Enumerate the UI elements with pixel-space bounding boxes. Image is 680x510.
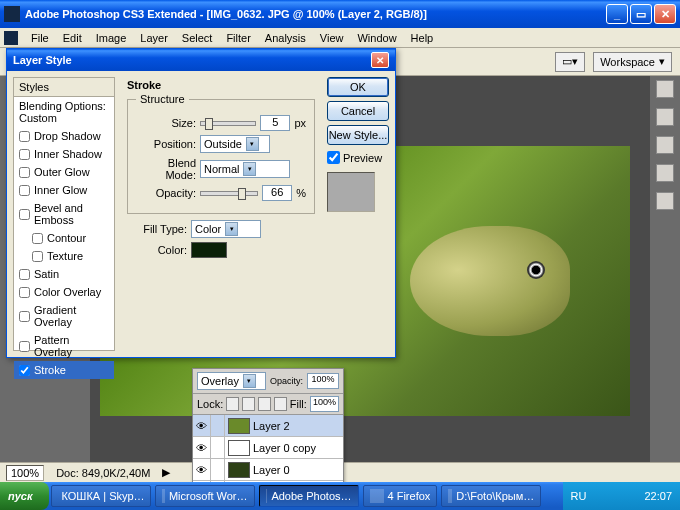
layer-row[interactable]: 👁Layer 2 [193, 415, 343, 437]
style-drop-shadow[interactable]: Drop Shadow [14, 127, 114, 145]
panel-icon[interactable] [656, 136, 674, 154]
link-cell[interactable] [211, 415, 225, 436]
panel-icon[interactable] [656, 80, 674, 98]
link-cell[interactable] [211, 437, 225, 458]
checkbox[interactable] [19, 149, 30, 160]
maximize-button[interactable]: ▭ [630, 4, 652, 24]
style-pattern-overlay[interactable]: Pattern Overlay [14, 331, 114, 361]
taskbar-task[interactable]: Microsoft Wor… [155, 485, 255, 507]
layer-name[interactable]: Layer 0 copy [253, 442, 316, 454]
screen-mode-button[interactable]: ▭▾ [555, 52, 585, 72]
dialog-titlebar[interactable]: Layer Style ✕ [7, 49, 395, 71]
window-titlebar: Adobe Photoshop CS3 Extended - [IMG_0632… [0, 0, 680, 28]
taskbar-task[interactable]: Adobe Photos… [259, 485, 359, 507]
panel-icon[interactable] [656, 164, 674, 182]
zoom-field[interactable]: 100% [6, 465, 44, 481]
styles-header[interactable]: Styles [14, 78, 114, 97]
new-style-button[interactable]: New Style... [327, 125, 389, 145]
visibility-icon[interactable]: 👁 [193, 437, 211, 458]
taskbar-task[interactable]: D:\Foto\Крым… [441, 485, 541, 507]
size-input[interactable]: 5 [260, 115, 290, 131]
menu-file[interactable]: File [24, 30, 56, 46]
start-button[interactable]: пуск [0, 482, 49, 510]
layer-row[interactable]: 👁Layer 0 [193, 459, 343, 481]
taskbar-task[interactable]: 4 Firefox [363, 485, 438, 507]
checkbox[interactable] [19, 131, 30, 142]
checkbox[interactable] [32, 251, 43, 262]
checkbox[interactable] [32, 233, 43, 244]
opacity-slider[interactable] [200, 191, 258, 196]
checkbox[interactable] [19, 269, 30, 280]
layer-row[interactable]: 👁Layer 0 copy [193, 437, 343, 459]
menu-view[interactable]: View [313, 30, 351, 46]
checkbox[interactable] [19, 287, 30, 298]
lock-pixels-icon[interactable] [242, 397, 255, 411]
checkbox[interactable] [19, 209, 30, 220]
style-inner-shadow[interactable]: Inner Shadow [14, 145, 114, 163]
layer-thumbnail[interactable] [228, 440, 250, 456]
checkbox[interactable] [19, 365, 30, 376]
size-slider[interactable] [200, 121, 256, 126]
checkbox[interactable] [19, 167, 30, 178]
style-outer-glow[interactable]: Outer Glow [14, 163, 114, 181]
style-satin[interactable]: Satin [14, 265, 114, 283]
lock-all-icon[interactable] [274, 397, 287, 411]
ok-button[interactable]: OK [327, 77, 389, 97]
color-swatch[interactable] [191, 242, 227, 258]
blend-mode-combo[interactable]: Normal▾ [200, 160, 290, 178]
panel-icon[interactable] [656, 192, 674, 210]
visibility-icon[interactable]: 👁 [193, 415, 211, 436]
menu-filter[interactable]: Filter [219, 30, 257, 46]
menu-help[interactable]: Help [404, 30, 441, 46]
image-content [410, 226, 570, 336]
opacity-field[interactable]: 100% [307, 373, 339, 389]
style-bevel-emboss[interactable]: Bevel and Emboss [14, 199, 114, 229]
system-tray[interactable]: RU 22:07 [563, 482, 680, 510]
menu-image[interactable]: Image [89, 30, 134, 46]
menu-window[interactable]: Window [350, 30, 403, 46]
taskbar-task[interactable]: КОШКА | Skyp… [51, 485, 151, 507]
clock[interactable]: 22:07 [644, 490, 672, 502]
panel-icon[interactable] [656, 108, 674, 126]
menu-layer[interactable]: Layer [133, 30, 175, 46]
task-icon [370, 489, 384, 503]
close-button[interactable]: ✕ [654, 4, 676, 24]
minimize-button[interactable]: _ [606, 4, 628, 24]
language-indicator[interactable]: RU [571, 490, 587, 502]
style-color-overlay[interactable]: Color Overlay [14, 283, 114, 301]
style-contour[interactable]: Contour [14, 229, 114, 247]
workspace-button[interactable]: Workspace ▾ [593, 52, 672, 72]
layer-name[interactable]: Layer 2 [253, 420, 290, 432]
menu-select[interactable]: Select [175, 30, 220, 46]
checkbox[interactable] [19, 185, 30, 196]
dialog-close-button[interactable]: ✕ [371, 52, 389, 68]
layer-name[interactable]: Layer 0 [253, 464, 290, 476]
layer-thumbnail[interactable] [228, 418, 250, 434]
blend-mode-select[interactable]: Overlay▾ [197, 372, 266, 390]
style-texture[interactable]: Texture [14, 247, 114, 265]
lock-transparent-icon[interactable] [226, 397, 239, 411]
fill-field[interactable]: 100% [310, 396, 339, 412]
tray-icon[interactable] [626, 489, 640, 503]
opacity-input[interactable]: 66 [262, 185, 292, 201]
position-combo[interactable]: Outside▾ [200, 135, 270, 153]
style-inner-glow[interactable]: Inner Glow [14, 181, 114, 199]
menu-edit[interactable]: Edit [56, 30, 89, 46]
tray-icon[interactable] [608, 489, 622, 503]
visibility-icon[interactable]: 👁 [193, 459, 211, 480]
checkbox[interactable] [19, 311, 30, 322]
status-arrow-icon[interactable]: ▶ [162, 466, 170, 479]
style-stroke[interactable]: Stroke [14, 361, 114, 379]
menu-analysis[interactable]: Analysis [258, 30, 313, 46]
fill-type-combo[interactable]: Color▾ [191, 220, 261, 238]
link-cell[interactable] [211, 459, 225, 480]
cancel-button[interactable]: Cancel [327, 101, 389, 121]
checkbox[interactable] [19, 341, 30, 352]
opacity-unit: % [296, 187, 306, 199]
style-gradient-overlay[interactable]: Gradient Overlay [14, 301, 114, 331]
layer-thumbnail[interactable] [228, 462, 250, 478]
tray-icon[interactable] [590, 489, 604, 503]
blending-options-row[interactable]: Blending Options: Custom [14, 97, 114, 127]
lock-position-icon[interactable] [258, 397, 271, 411]
preview-checkbox[interactable] [327, 151, 340, 164]
